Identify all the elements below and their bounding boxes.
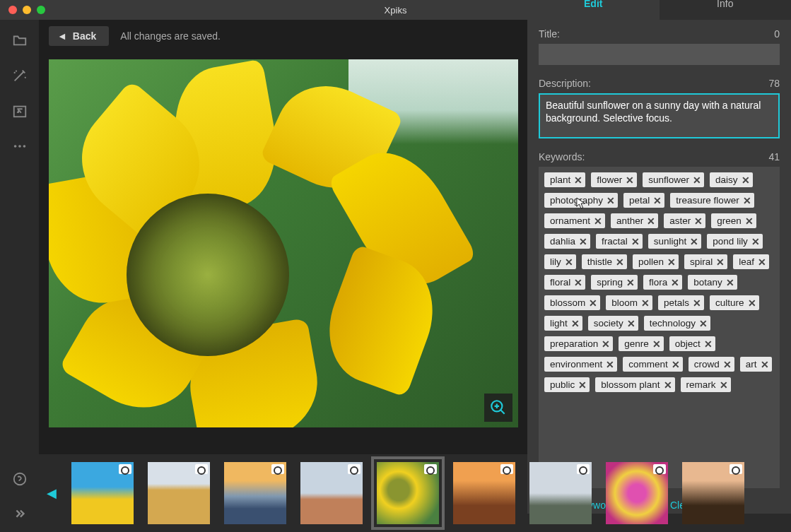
keyword-tag[interactable]: anther✕ bbox=[611, 213, 658, 228]
remove-keyword-icon[interactable]: ✕ bbox=[664, 380, 672, 390]
keyword-tag[interactable]: light✕ bbox=[544, 316, 582, 331]
remove-keyword-icon[interactable]: ✕ bbox=[743, 196, 751, 206]
tab-edit[interactable]: Edit bbox=[527, 0, 660, 20]
remove-keyword-icon[interactable]: ✕ bbox=[594, 216, 602, 226]
more-icon[interactable] bbox=[12, 138, 28, 154]
keyword-tag[interactable]: art✕ bbox=[740, 357, 772, 372]
keyword-tag[interactable]: daisy✕ bbox=[710, 172, 753, 187]
keyword-tag[interactable]: aster✕ bbox=[664, 213, 705, 228]
keyword-tag[interactable]: botany✕ bbox=[688, 275, 737, 290]
keyword-tag[interactable]: public✕ bbox=[544, 377, 590, 392]
remove-keyword-icon[interactable]: ✕ bbox=[667, 257, 676, 267]
remove-keyword-icon[interactable]: ✕ bbox=[579, 237, 587, 247]
keyword-tag[interactable]: leaf✕ bbox=[733, 254, 769, 269]
tab-info[interactable]: Info bbox=[660, 0, 792, 20]
keyword-tag[interactable]: dahlia✕ bbox=[544, 234, 590, 249]
keyword-tag[interactable]: green✕ bbox=[711, 213, 756, 228]
thumbnail[interactable] bbox=[224, 462, 286, 524]
keyword-tag[interactable]: flora✕ bbox=[643, 275, 682, 290]
keyword-tag[interactable]: plant✕ bbox=[544, 172, 585, 187]
thumbnail[interactable] bbox=[606, 462, 668, 524]
keyword-tag[interactable]: spring✕ bbox=[591, 275, 638, 290]
remove-keyword-icon[interactable]: ✕ bbox=[720, 380, 728, 390]
remove-keyword-icon[interactable]: ✕ bbox=[726, 278, 734, 288]
remove-keyword-icon[interactable]: ✕ bbox=[571, 319, 580, 329]
zoom-button[interactable] bbox=[484, 394, 512, 422]
remove-keyword-icon[interactable]: ✕ bbox=[652, 339, 661, 349]
keyword-tag[interactable]: spiral✕ bbox=[684, 254, 727, 269]
thumbnail[interactable] bbox=[148, 462, 210, 524]
keyword-tag[interactable]: sunlight✕ bbox=[648, 234, 702, 249]
remove-keyword-icon[interactable]: ✕ bbox=[627, 319, 635, 329]
keyword-tag[interactable]: pond lily✕ bbox=[707, 234, 763, 249]
remove-keyword-icon[interactable]: ✕ bbox=[616, 257, 624, 267]
remove-keyword-icon[interactable]: ✕ bbox=[748, 298, 756, 308]
remove-keyword-icon[interactable]: ✕ bbox=[602, 339, 610, 349]
remove-keyword-icon[interactable]: ✕ bbox=[693, 175, 701, 185]
keyword-tag[interactable]: lily✕ bbox=[544, 254, 576, 269]
maximize-window-button[interactable] bbox=[37, 6, 45, 14]
thumbnail[interactable] bbox=[529, 462, 592, 524]
thumb-prev-button[interactable]: ◀ bbox=[45, 485, 59, 501]
close-window-button[interactable] bbox=[8, 6, 17, 14]
remove-keyword-icon[interactable]: ✕ bbox=[565, 257, 573, 267]
remove-keyword-icon[interactable]: ✕ bbox=[574, 278, 582, 288]
minimize-window-button[interactable] bbox=[23, 6, 31, 14]
remove-keyword-icon[interactable]: ✕ bbox=[578, 380, 587, 390]
keyword-tag[interactable]: genre✕ bbox=[619, 336, 664, 351]
keyword-tag[interactable]: photography✕ bbox=[544, 193, 618, 208]
keyword-tag[interactable]: petal✕ bbox=[623, 193, 664, 208]
remove-keyword-icon[interactable]: ✕ bbox=[606, 360, 614, 370]
image-preview[interactable] bbox=[49, 59, 518, 427]
keyword-tag[interactable]: bloom✕ bbox=[606, 295, 652, 310]
keyword-tag[interactable]: thistle✕ bbox=[582, 254, 627, 269]
remove-keyword-icon[interactable]: ✕ bbox=[704, 339, 713, 349]
keyword-tag[interactable]: preparation✕ bbox=[544, 336, 613, 351]
remove-keyword-icon[interactable]: ✕ bbox=[672, 360, 680, 370]
help-icon[interactable] bbox=[12, 471, 28, 487]
keyword-tag[interactable]: society✕ bbox=[588, 316, 638, 331]
remove-keyword-icon[interactable]: ✕ bbox=[694, 216, 703, 226]
keyword-tag[interactable]: environment✕ bbox=[544, 357, 617, 372]
keyword-tag[interactable]: treasure flower✕ bbox=[670, 193, 754, 208]
keyword-tag[interactable]: remark✕ bbox=[681, 377, 731, 392]
thumbnail[interactable] bbox=[682, 462, 744, 524]
remove-keyword-icon[interactable]: ✕ bbox=[641, 298, 650, 308]
keyword-tag[interactable]: crowd✕ bbox=[689, 357, 734, 372]
keyword-tag[interactable]: object✕ bbox=[669, 336, 715, 351]
description-input[interactable]: Beautiful sunflower on a sunny day with … bbox=[539, 93, 780, 138]
remove-keyword-icon[interactable]: ✕ bbox=[631, 237, 640, 247]
remove-keyword-icon[interactable]: ✕ bbox=[742, 175, 750, 185]
remove-keyword-icon[interactable]: ✕ bbox=[671, 278, 679, 288]
keyword-tag[interactable]: flower✕ bbox=[591, 172, 637, 187]
keyword-tag[interactable]: comment✕ bbox=[623, 357, 683, 372]
keyword-tag[interactable]: fractal✕ bbox=[596, 234, 643, 249]
keyword-tag[interactable]: pollen✕ bbox=[633, 254, 679, 269]
keyword-tag[interactable]: blossom✕ bbox=[544, 295, 600, 310]
remove-keyword-icon[interactable]: ✕ bbox=[751, 237, 760, 247]
thumbnail[interactable] bbox=[71, 462, 134, 524]
keywords-box[interactable]: plant✕flower✕sunflower✕daisy✕photography… bbox=[539, 167, 780, 488]
remove-keyword-icon[interactable]: ✕ bbox=[690, 237, 698, 247]
expand-icon[interactable] bbox=[12, 507, 28, 522]
keyword-tag[interactable]: floral✕ bbox=[544, 275, 585, 290]
remove-keyword-icon[interactable]: ✕ bbox=[574, 175, 582, 185]
remove-keyword-icon[interactable]: ✕ bbox=[758, 257, 766, 267]
remove-keyword-icon[interactable]: ✕ bbox=[647, 216, 655, 226]
remove-keyword-icon[interactable]: ✕ bbox=[761, 360, 769, 370]
keyword-tag[interactable]: petals✕ bbox=[658, 295, 704, 310]
remove-keyword-icon[interactable]: ✕ bbox=[716, 257, 725, 267]
remove-keyword-icon[interactable]: ✕ bbox=[626, 278, 635, 288]
remove-keyword-icon[interactable]: ✕ bbox=[626, 175, 634, 185]
keyword-tag[interactable]: technology✕ bbox=[644, 316, 710, 331]
thumbnail[interactable] bbox=[453, 462, 515, 524]
thumbnail[interactable] bbox=[300, 462, 363, 524]
thumbnail-selected[interactable] bbox=[377, 462, 439, 524]
remove-keyword-icon[interactable]: ✕ bbox=[745, 216, 754, 226]
keyword-tag[interactable]: culture✕ bbox=[710, 295, 759, 310]
keyword-tag[interactable]: ornament✕ bbox=[544, 213, 605, 228]
remove-keyword-icon[interactable]: ✕ bbox=[653, 196, 662, 206]
remove-keyword-icon[interactable]: ✕ bbox=[607, 196, 615, 206]
folder-icon[interactable] bbox=[12, 32, 28, 48]
back-button[interactable]: ◄ Back bbox=[49, 26, 109, 46]
